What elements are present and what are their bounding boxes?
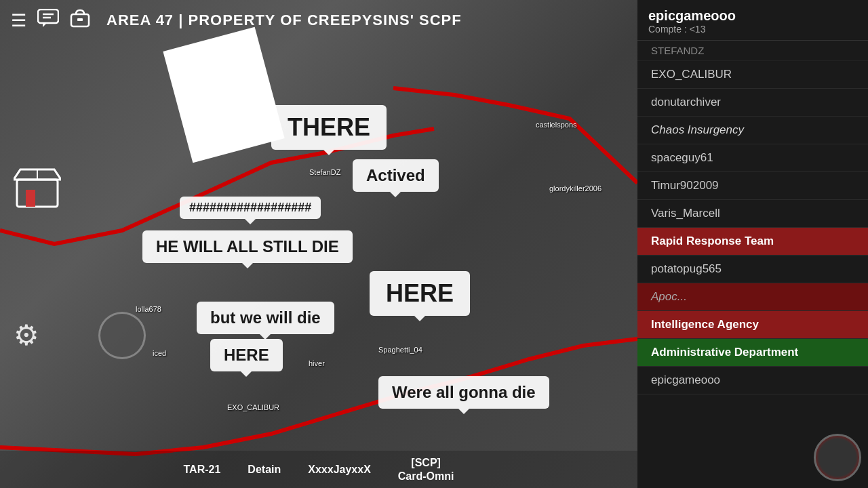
action-display: Detain <box>248 463 281 476</box>
joystick[interactable] <box>98 312 146 359</box>
chat-icon[interactable] <box>37 9 59 33</box>
player-list: STEFANDZ EXO_CALIBUR donutarchiver Chaos… <box>637 41 868 488</box>
bottom-hud: TAR-21 Detain XxxxJayxxX [SCP]Card-Omni <box>0 451 637 488</box>
sidebar-player-apoc[interactable]: Apoc... <box>637 283 868 311</box>
chat-bubble-but-we: but we will die <box>197 302 334 334</box>
username-display: epicgameooo <box>648 8 857 24</box>
chat-bubble-here2: HERE <box>210 339 283 371</box>
player-tag-castiel: castielspons <box>536 121 577 129</box>
top-hud: ☰ AREA 47 | PROPERTY OF CREEPYSINS' SCPF <box>0 0 637 41</box>
player-tag-exo: EXO_CALIBUR <box>227 403 279 411</box>
sidebar-label-rrt: Rapid Response Team <box>637 228 868 256</box>
server-title: AREA 47 | PROPERTY OF CREEPYSINS' SCPF <box>106 12 462 29</box>
settings-icon[interactable]: ⚙ <box>14 319 39 352</box>
player-tag-spaghetti: Spaghetti_04 <box>378 346 422 354</box>
chat-bubble-gonna-die: Were all gonna die <box>378 376 549 409</box>
svg-rect-0 <box>38 9 58 23</box>
sidebar-player-potato[interactable]: potatopug565 <box>637 256 868 283</box>
right-sidebar: epicgameooo Compte : <13 STEFANDZ EXO_CA… <box>637 0 868 488</box>
hamburger-menu-icon[interactable]: ☰ <box>11 10 26 31</box>
store-icon[interactable] <box>14 166 61 210</box>
chat-bubble-hashes: ################## <box>180 197 321 219</box>
sidebar-player-epic[interactable]: epicgameooo <box>637 367 868 394</box>
chat-bubble-actived: Actived <box>353 159 439 192</box>
sidebar-player-donut[interactable]: donutarchiver <box>637 89 868 117</box>
scrolled-player: STEFANDZ <box>637 41 868 61</box>
svg-rect-6 <box>17 180 58 207</box>
chat-bubble-here1: HERE <box>370 271 470 316</box>
inventory-icon[interactable] <box>70 9 90 33</box>
minimap <box>814 434 861 481</box>
svg-rect-7 <box>26 190 35 207</box>
chat-bubble-there: THERE <box>271 105 387 150</box>
sidebar-player-exo[interactable]: EXO_CALIBUR <box>637 61 868 89</box>
item1-display: XxxxJayxxX <box>308 463 371 476</box>
svg-rect-5 <box>77 18 83 21</box>
game-viewport: ☰ AREA 47 | PROPERTY OF CREEPYSINS' SCPF <box>0 0 637 488</box>
player-tag-glordy: glordykiller2006 <box>549 184 601 192</box>
item2-display: [SCP]Card-Omni <box>398 456 454 482</box>
user-header: epicgameooo Compte : <13 <box>637 0 868 41</box>
player-tag-stefandz: StefanDZ <box>309 168 340 176</box>
player-tag-lolla: lolla678 <box>136 305 161 313</box>
sidebar-player-timur[interactable]: Timur902009 <box>637 172 868 200</box>
sidebar-label-chaos: Chaos Insurgency <box>637 117 868 144</box>
compte-display: Compte : <13 <box>648 24 857 35</box>
paper-prop <box>163 27 284 163</box>
sidebar-player-spaceguy[interactable]: spaceguy61 <box>637 144 868 172</box>
sidebar-label-intel: Intelligence Agency <box>637 311 868 339</box>
weapon-display: TAR-21 <box>184 463 221 476</box>
player-tag-hiver: hiver <box>309 359 325 367</box>
svg-marker-3 <box>43 23 47 27</box>
sidebar-label-admin: Administrative Department <box>637 339 868 367</box>
chat-bubble-die: HE WILL ALL STILL DIE <box>142 230 353 263</box>
player-tag-iced: iced <box>153 349 166 357</box>
sidebar-player-varis[interactable]: Varis_Marcell <box>637 200 868 228</box>
